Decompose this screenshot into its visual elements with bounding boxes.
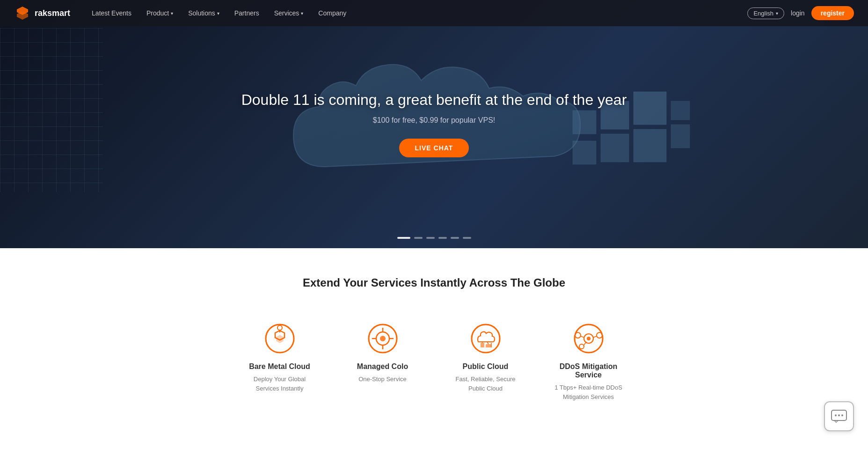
services-grid: Bare Metal Cloud Deploy Your Global Serv…: [153, 313, 715, 411]
language-selector[interactable]: English ▾: [747, 7, 784, 19]
nav-company[interactable]: Company: [311, 0, 354, 26]
navbar-right: English ▾ login register: [747, 6, 854, 20]
chat-icon: [831, 409, 847, 423]
svg-point-16: [380, 336, 386, 341]
managed-colo-desc: One-Stop Service: [358, 375, 407, 384]
services-section: Extend Your Services Instantly Across Th…: [0, 248, 868, 434]
register-button[interactable]: register: [811, 6, 854, 20]
chevron-down-icon: ▾: [776, 11, 778, 16]
svg-point-21: [472, 325, 500, 353]
chat-widget[interactable]: [824, 401, 854, 431]
service-card-public-cloud[interactable]: Public Cloud Fast, Reliable, Secure Publ…: [434, 313, 537, 411]
slide-dot-6[interactable]: [463, 237, 471, 239]
slide-dot-1[interactable]: [397, 237, 410, 239]
service-card-bare-metal[interactable]: Bare Metal Cloud Deploy Your Global Serv…: [228, 313, 331, 411]
managed-colo-icon: [366, 322, 399, 355]
logo-icon: [14, 5, 31, 22]
nav-product[interactable]: Product ▾: [139, 0, 181, 26]
slide-dot-5[interactable]: [451, 237, 459, 239]
service-card-managed-colo[interactable]: Managed Colo One-Stop Service: [331, 313, 434, 411]
slide-indicators: [397, 237, 471, 239]
service-card-ddos[interactable]: DDoS Mitigation Service 1 Tbps+ Real-tim…: [537, 313, 640, 411]
svg-rect-23: [486, 344, 491, 347]
slide-dot-2[interactable]: [414, 237, 423, 239]
hero-subtitle: $100 for free, $0.99 for popular VPS!: [373, 116, 496, 125]
live-chat-button[interactable]: LIVE CHAT: [399, 139, 469, 157]
svg-point-39: [841, 414, 843, 416]
slide-dot-3[interactable]: [426, 237, 435, 239]
public-cloud-icon: [469, 322, 502, 355]
managed-colo-name: Managed Colo: [357, 362, 408, 371]
svg-line-35: [584, 342, 586, 346]
nav-latest-events[interactable]: Latest Events: [84, 0, 139, 26]
svg-point-29: [587, 337, 591, 340]
hero-content: Double 11 is coming, a great benefit at …: [0, 0, 868, 248]
chevron-down-icon: ▾: [301, 11, 303, 16]
public-cloud-desc: Fast, Reliable, Secure Public Cloud: [448, 375, 523, 393]
services-section-title: Extend Your Services Instantly Across Th…: [9, 276, 859, 289]
ddos-icon: [572, 322, 605, 355]
slide-dot-4[interactable]: [438, 237, 447, 239]
nav-partners[interactable]: Partners: [227, 0, 267, 26]
bare-metal-icon: [263, 322, 296, 355]
hero-section: Double 11 is coming, a great benefit at …: [0, 0, 868, 248]
bare-metal-desc: Deploy Your Global Services Instantly: [242, 375, 317, 393]
svg-rect-22: [481, 343, 484, 347]
navbar: raksmart Latest Events Product ▾ Solutio…: [0, 0, 868, 26]
ddos-desc: 1 Tbps+ Real-time DDoS Mitigation Servic…: [551, 383, 626, 401]
svg-point-32: [579, 344, 584, 349]
logo-text: raksmart: [35, 8, 70, 18]
nav-menu: Latest Events Product ▾ Solutions ▾ Part…: [84, 0, 747, 26]
chevron-down-icon: ▾: [171, 11, 173, 16]
svg-point-12: [277, 325, 282, 330]
nav-solutions[interactable]: Solutions ▾: [181, 0, 227, 26]
bare-metal-name: Bare Metal Cloud: [249, 362, 310, 371]
chevron-down-icon: ▾: [217, 11, 219, 16]
logo[interactable]: raksmart: [14, 5, 70, 22]
ddos-name: DDoS Mitigation Service: [551, 362, 626, 379]
svg-point-38: [838, 414, 840, 416]
nav-services[interactable]: Services ▾: [267, 0, 311, 26]
svg-point-31: [597, 332, 602, 338]
svg-point-30: [575, 332, 581, 338]
public-cloud-name: Public Cloud: [463, 362, 509, 371]
hero-title: Double 11 is coming, a great benefit at …: [241, 91, 627, 109]
login-button[interactable]: login: [791, 9, 805, 17]
svg-point-37: [835, 414, 837, 416]
